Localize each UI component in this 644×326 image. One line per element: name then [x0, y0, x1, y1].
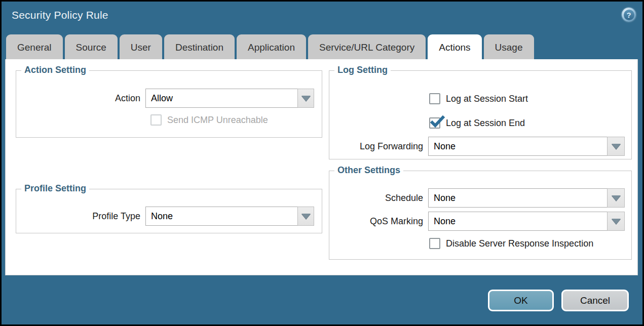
- disable-server-response-inspection-checkbox[interactable]: [429, 238, 440, 249]
- tab-application[interactable]: Application: [237, 34, 306, 60]
- log-session-start-checkbox[interactable]: [429, 93, 440, 104]
- triangle-glyph: [301, 96, 311, 101]
- profile-setting-legend: Profile Setting: [21, 183, 89, 194]
- tab-user[interactable]: User: [120, 34, 162, 60]
- log-session-start-row: Log at Session Start: [429, 93, 528, 104]
- log-forwarding-dropdown-value: None: [428, 137, 607, 156]
- content-panel: Action Setting Action Allow Send ICMP Un…: [5, 59, 638, 275]
- log-forwarding-dropdown[interactable]: None: [428, 137, 625, 156]
- triangle-glyph: [612, 219, 621, 224]
- action-setting-legend: Action Setting: [21, 65, 89, 75]
- triangle-glyph: [301, 214, 311, 219]
- profile-type-label: Profile Type: [16, 211, 145, 222]
- log-forwarding-label: Log Forwarding: [329, 141, 428, 152]
- profile-type-dropdown[interactable]: None: [145, 207, 314, 226]
- other-settings-legend: Other Settings: [334, 165, 403, 176]
- tab-usage[interactable]: Usage: [484, 34, 534, 60]
- disable-server-response-inspection-label: Disable Server Response Inspection: [446, 238, 593, 249]
- log-session-end-checkbox[interactable]: [429, 117, 440, 129]
- qos-marking-dropdown-value: None: [428, 212, 607, 231]
- disable-server-response-inspection-row: Disable Server Response Inspection: [429, 238, 593, 249]
- log-session-end-row: Log at Session End: [429, 117, 525, 129]
- log-session-start-label: Log at Session Start: [446, 94, 528, 104]
- qos-marking-label: QoS Marking: [329, 216, 428, 227]
- qos-marking-dropdown[interactable]: None: [428, 212, 625, 231]
- send-icmp-unreachable-label: Send ICMP Unreachable: [167, 115, 268, 126]
- log-setting-group: Log Setting Log at Session Start Log at …: [329, 70, 632, 159]
- help-icon[interactable]: ?: [622, 8, 636, 22]
- chevron-down-icon[interactable]: [297, 207, 314, 226]
- chevron-down-icon[interactable]: [607, 188, 625, 208]
- schedule-label: Schedule: [329, 193, 428, 203]
- schedule-dropdown[interactable]: None: [428, 188, 625, 208]
- tab-actions[interactable]: Actions: [428, 34, 481, 60]
- tab-source[interactable]: Source: [65, 34, 118, 60]
- tab-general[interactable]: General: [6, 34, 63, 60]
- action-dropdown-value: Allow: [145, 89, 297, 108]
- action-setting-group: Action Setting Action Allow Send ICMP Un…: [16, 70, 322, 138]
- chevron-down-icon[interactable]: [297, 89, 314, 108]
- chevron-down-icon[interactable]: [607, 212, 625, 231]
- action-dropdown[interactable]: Allow: [145, 89, 314, 108]
- other-settings-group: Other Settings Schedule None QoS Marking…: [329, 171, 632, 260]
- tab-destination[interactable]: Destination: [164, 34, 235, 60]
- ok-button[interactable]: OK: [488, 290, 554, 311]
- chevron-down-icon[interactable]: [607, 137, 625, 156]
- profile-setting-group: Profile Setting Profile Type None: [16, 189, 322, 233]
- profile-type-dropdown-value: None: [145, 207, 297, 226]
- security-policy-rule-dialog: Security Policy Rule ? General Source Us…: [0, 0, 644, 326]
- schedule-dropdown-value: None: [428, 188, 607, 208]
- triangle-glyph: [612, 144, 621, 149]
- dialog-title: Security Policy Rule: [12, 9, 108, 21]
- log-session-end-label: Log at Session End: [446, 118, 525, 129]
- log-setting-legend: Log Setting: [334, 65, 391, 75]
- triangle-glyph: [612, 195, 621, 201]
- send-icmp-unreachable-row: Send ICMP Unreachable: [150, 114, 268, 126]
- tab-service-url-category[interactable]: Service/URL Category: [308, 34, 426, 60]
- tab-bar: General Source User Destination Applicat…: [6, 34, 536, 60]
- question-mark-glyph: ?: [624, 10, 634, 20]
- send-icmp-unreachable-checkbox[interactable]: [150, 114, 162, 126]
- cancel-button[interactable]: Cancel: [561, 290, 629, 311]
- action-label: Action: [16, 93, 145, 104]
- checkmark-icon: [430, 115, 444, 129]
